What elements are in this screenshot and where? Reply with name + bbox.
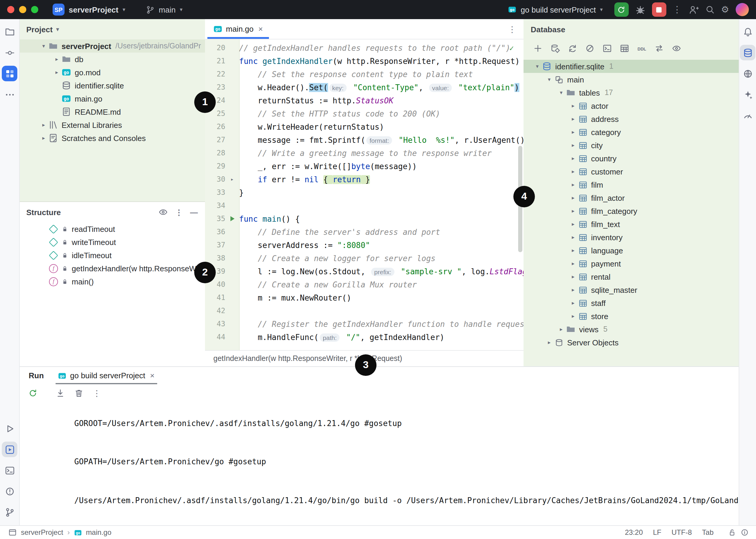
chevron-right-icon[interactable]: ▸ (569, 300, 577, 306)
line-number[interactable]: 33 (205, 188, 225, 196)
tool-window-button[interactable] (2, 421, 17, 436)
tool-window-button[interactable] (740, 87, 755, 102)
tables-group-row[interactable]: ▾ tables 17 (523, 86, 739, 99)
tool-window-button[interactable] (2, 45, 17, 60)
table-row[interactable]: ▸ film_text (523, 217, 739, 231)
chevron-right-icon[interactable]: ▸ (569, 234, 577, 240)
line-number[interactable]: 21 (205, 57, 225, 65)
table-row[interactable]: ▸ payment (523, 257, 739, 270)
chevron-right-icon[interactable]: ▸ (569, 221, 577, 227)
line-number[interactable]: 41 (205, 293, 225, 302)
tool-window-button[interactable] (2, 87, 17, 102)
close-tab-icon[interactable]: × (150, 371, 155, 380)
line-number[interactable]: 37 (205, 241, 225, 249)
database-toolbar-button[interactable] (533, 43, 543, 53)
debug-button[interactable] (635, 5, 645, 15)
database-toolbar-button[interactable] (620, 43, 629, 53)
chevron-right-icon[interactable]: ▸ (569, 142, 577, 148)
chevron-right-icon[interactable]: ▸ (569, 129, 577, 135)
table-row[interactable]: ▸ city (523, 139, 739, 152)
chevron-right-icon[interactable]: ▸ (545, 340, 554, 346)
status-breadcrumb-file[interactable]: main.go (86, 528, 111, 537)
tool-window-button[interactable] (740, 45, 755, 60)
status-widget[interactable]: LF (653, 528, 661, 537)
datasource-row[interactable]: ▾ identifier.sqlite 1 (523, 60, 739, 73)
search-everywhere-button[interactable] (705, 5, 715, 14)
chevron-down-icon[interactable]: ▾ (557, 90, 566, 96)
settings-button[interactable]: ⚙ (721, 4, 729, 15)
line-number[interactable]: 28 (205, 149, 225, 157)
tool-window-button[interactable] (2, 504, 17, 520)
status-breadcrumb-project[interactable]: serverProject (21, 528, 63, 537)
tool-window-button[interactable] (740, 66, 755, 81)
fold-chevron-icon[interactable]: ▸ (231, 176, 234, 182)
run-configuration-widget[interactable]: go build serverProject ▾ (503, 3, 608, 16)
line-number[interactable]: 30 (205, 175, 225, 184)
table-row[interactable]: ▸ country (523, 152, 739, 165)
database-toolbar-button[interactable] (602, 43, 612, 53)
project-tree-item[interactable]: README.md (19, 105, 205, 118)
line-number[interactable]: 22 (205, 70, 225, 78)
chevron-right-icon[interactable]: ▸ (569, 169, 577, 175)
line-number[interactable]: 23 (205, 83, 225, 91)
close-tab-icon[interactable]: × (259, 25, 263, 34)
table-row[interactable]: ▸ customer (523, 165, 739, 178)
structure-item[interactable]: f getIndexHandler(w http.ResponseWrit (19, 262, 205, 275)
table-row[interactable]: ▸ store (523, 310, 739, 323)
status-widget[interactable]: Tab (702, 528, 714, 537)
chevron-right-icon[interactable]: ▸ (569, 182, 577, 188)
structure-item[interactable]: f main() (19, 275, 205, 288)
scroll-to-end-button[interactable] (55, 388, 65, 398)
chevron-right-icon[interactable]: ▸ (569, 103, 577, 109)
more-options-button[interactable]: ⋮ (175, 208, 183, 217)
status-widget[interactable]: UTF-8 (671, 528, 692, 537)
project-panel-header[interactable]: Project ▾ (19, 19, 205, 39)
chevron-right-icon[interactable]: ▸ (569, 116, 577, 122)
line-number[interactable]: 27 (205, 136, 225, 144)
view-options-eye-icon[interactable] (158, 207, 168, 217)
run-tab[interactable]: go build serverProject × (56, 367, 157, 384)
chevron-icon[interactable]: ▸ (52, 69, 61, 75)
chevron-right-icon[interactable]: ▸ (569, 208, 577, 214)
tool-window-button[interactable] (740, 24, 755, 39)
line-number[interactable]: 34 (205, 201, 225, 210)
project-tree-item[interactable]: ▸ go.mod (19, 66, 205, 79)
rerun-button[interactable] (614, 2, 629, 17)
chevron-right-icon[interactable]: ▸ (557, 326, 566, 332)
tool-window-button[interactable] (2, 24, 17, 39)
avatar[interactable] (736, 3, 749, 16)
line-number[interactable]: 35 (205, 214, 225, 223)
database-toolbar-button[interactable] (672, 43, 681, 53)
clear-console-button[interactable] (74, 388, 84, 398)
hide-panel-button[interactable]: — (190, 208, 198, 217)
line-number[interactable]: 29 (205, 162, 225, 170)
chevron-right-icon[interactable]: ▸ (569, 313, 577, 319)
project-tree-item[interactable]: ▸ External Libraries (19, 118, 205, 131)
editor-options-button[interactable]: ⋮ (508, 24, 516, 34)
table-row[interactable]: ▸ staff (523, 296, 739, 310)
chevron-right-icon[interactable]: ▸ (569, 155, 577, 161)
close-window-button[interactable] (7, 6, 14, 13)
project-root-row[interactable]: ▾ serverProject /Users/jetbrains/GolandP… (19, 39, 205, 52)
table-row[interactable]: ▸ film_actor (523, 191, 739, 204)
line-number[interactable]: 44 (205, 333, 225, 341)
database-toolbar-button[interactable] (654, 43, 664, 53)
structure-item[interactable]: f writeTimeout (19, 235, 205, 249)
chevron-right-icon[interactable]: ▸ (569, 247, 577, 253)
editor-tab-main-go[interactable]: main.go × (207, 19, 269, 39)
chevron-icon[interactable]: ▸ (52, 56, 61, 62)
tool-window-button[interactable] (740, 108, 755, 123)
line-number[interactable]: 38 (205, 254, 225, 262)
code-with-me-button[interactable] (688, 5, 698, 15)
zoom-window-button[interactable] (31, 6, 38, 13)
structure-item[interactable]: f idleTimeout (19, 249, 205, 262)
line-number[interactable]: 36 (205, 228, 225, 236)
inspections-ok-check-icon[interactable]: ✓ (509, 43, 514, 52)
chevron-down-icon[interactable]: ▾ (545, 76, 554, 82)
tool-window-button[interactable] (2, 66, 17, 81)
status-widget[interactable]: 23:20 (625, 528, 643, 537)
tool-window-button[interactable] (2, 463, 17, 478)
project-tree-item[interactable]: main.go (19, 92, 205, 105)
more-options-button[interactable]: ⋮ (93, 388, 101, 398)
table-row[interactable]: ▸ category (523, 125, 739, 139)
